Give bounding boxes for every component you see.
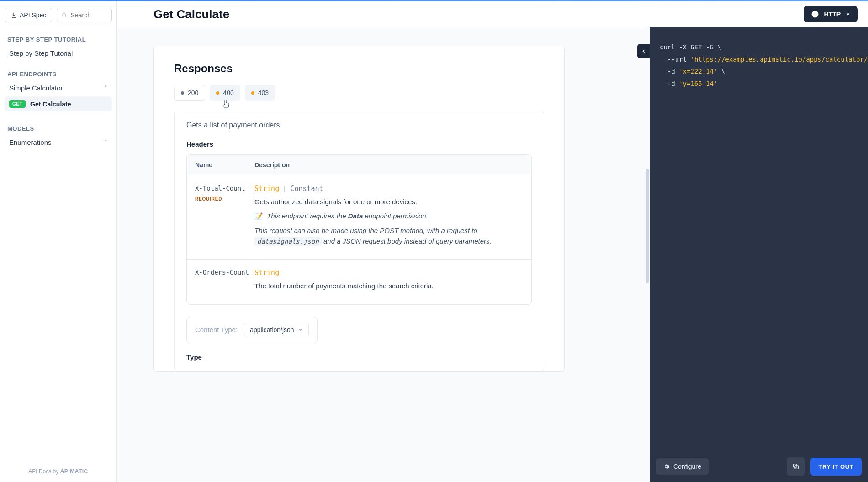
responses-card: Responses 200 400 xyxy=(153,46,565,372)
headers-heading: Headers xyxy=(186,140,532,148)
responses-heading: Responses xyxy=(174,62,544,75)
doc-pane: Responses 200 400 xyxy=(117,27,650,482)
copy-icon xyxy=(792,463,799,470)
gear-icon xyxy=(663,463,670,470)
note-icon: 📝 xyxy=(254,212,263,220)
type-label: String xyxy=(254,185,279,193)
cursor-pointer-icon xyxy=(222,100,230,109)
response-tab-400[interactable]: 400 xyxy=(210,85,240,101)
response-tab-200[interactable]: 200 xyxy=(174,85,205,101)
configure-button[interactable]: Configure xyxy=(656,458,709,475)
table-row: X-Orders-Count String The total number o… xyxy=(187,260,531,304)
chevron-down-icon xyxy=(298,327,303,332)
type-label: String xyxy=(254,269,279,277)
sidebar-heading-tutorial: STEP BY STEP TUTORIAL xyxy=(5,32,112,46)
sidebar-footer: API Docs by APIMATIC xyxy=(5,461,112,482)
header-name: X-Total-Count xyxy=(195,185,254,192)
sidebar-item-label: Enumerations xyxy=(9,138,52,146)
response-body: Gets a list of payment orders Headers Na… xyxy=(174,111,544,371)
search-icon xyxy=(62,12,67,18)
content-type-select[interactable]: application/json xyxy=(244,323,309,337)
endpoint-label: Get Calculate xyxy=(30,101,71,108)
code-footer: Configure TRY IT OUT xyxy=(650,451,868,482)
header-name: X-Orders-Count xyxy=(195,269,254,276)
api-spec-label: API Spec xyxy=(20,11,46,19)
status-dot-icon xyxy=(216,91,219,95)
inline-code: datasignals.json xyxy=(254,237,322,246)
code-sample: curl -X GET -G \ --url 'https://examples… xyxy=(650,27,868,451)
header-desc: Gets authorized data signals for one or … xyxy=(254,196,523,207)
content-type-label: Content Type: xyxy=(195,326,238,334)
chevron-down-icon xyxy=(845,11,851,17)
col-desc-header: Description xyxy=(254,161,523,169)
header: Get Calculate HTTP xyxy=(117,1,868,27)
chevron-down-icon: ˅ xyxy=(104,139,107,146)
svg-point-0 xyxy=(63,13,66,16)
sidebar: API Spec STEP BY STEP TUTORIAL Step by S… xyxy=(0,1,117,482)
copy-button[interactable] xyxy=(787,457,805,476)
sidebar-item-tutorial[interactable]: Step by Step Tutorial xyxy=(5,46,112,61)
type-section-label: Type xyxy=(186,353,532,361)
try-it-out-button[interactable]: TRY IT OUT xyxy=(810,458,862,476)
sidebar-endpoint-get-calculate[interactable]: GET Get Calculate xyxy=(5,96,112,111)
sidebar-item-label: Step by Step Tutorial xyxy=(9,49,73,57)
sidebar-heading-endpoints: API ENDPOINTS xyxy=(5,67,112,80)
header-desc: The total number of payments matching th… xyxy=(254,281,523,291)
response-tabs: 200 400 403 xyxy=(174,85,544,101)
sidebar-item-label: Simple Calculator xyxy=(9,84,63,92)
code-pane: curl -X GET -G \ --url 'https://examples… xyxy=(650,27,868,482)
protocol-select[interactable]: HTTP xyxy=(804,6,858,22)
status-dot-icon xyxy=(251,91,254,95)
headers-table: Name Description X-Total-Count REQUIRED xyxy=(186,154,532,305)
chevron-up-icon: ˄ xyxy=(104,85,107,92)
col-name-header: Name xyxy=(195,161,254,169)
globe-icon xyxy=(811,10,819,18)
api-spec-button[interactable]: API Spec xyxy=(5,8,52,22)
constant-label: Constant xyxy=(290,185,323,193)
response-description: Gets a list of payment orders xyxy=(186,121,532,129)
content-type-row: Content Type: application/json xyxy=(186,317,318,343)
method-badge: GET xyxy=(9,100,26,108)
required-badge: REQUIRED xyxy=(195,196,222,201)
download-icon xyxy=(11,12,17,18)
response-tab-403[interactable]: 403 xyxy=(245,85,275,101)
table-row: X-Total-Count REQUIRED String | Constant xyxy=(187,175,531,260)
sidebar-group-calculator[interactable]: Simple Calculator ˄ xyxy=(5,80,112,95)
page-title: Get Calculate xyxy=(127,7,229,21)
table-header-row: Name Description xyxy=(187,155,531,175)
search-input[interactable] xyxy=(71,11,107,19)
sidebar-item-enumerations[interactable]: Enumerations ˅ xyxy=(5,135,112,150)
separator: | xyxy=(284,185,286,192)
search-input-wrapper[interactable] xyxy=(57,8,112,22)
status-dot-icon xyxy=(181,91,184,95)
protocol-label: HTTP xyxy=(824,11,841,18)
sidebar-heading-models: MODELS xyxy=(5,122,112,135)
